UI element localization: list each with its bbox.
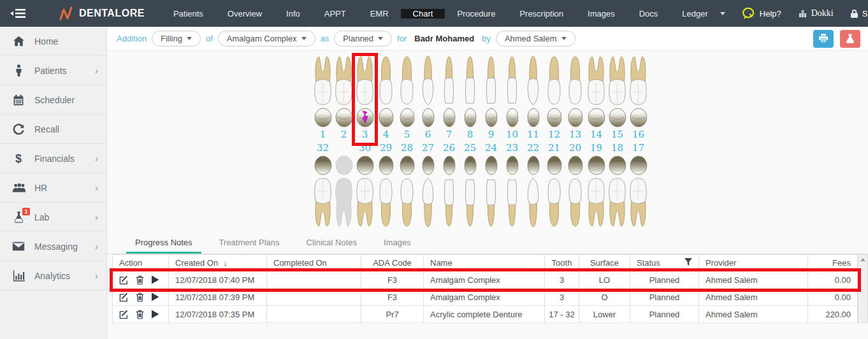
lab-request-button[interactable] xyxy=(840,30,860,48)
tooth-8-side-view[interactable] xyxy=(459,55,481,107)
tooth-12-occlusal-view[interactable] xyxy=(544,107,565,128)
tooth-11-occlusal-view[interactable] xyxy=(523,107,544,128)
filter-icon[interactable] xyxy=(684,258,692,268)
complete-button-icon[interactable] xyxy=(151,292,159,301)
tooth-19-side-view[interactable] xyxy=(586,176,607,228)
tooth-25-side-view[interactable] xyxy=(459,176,481,228)
tooth-25-occlusal-view[interactable] xyxy=(459,155,481,176)
nav-item-chart[interactable]: Chart xyxy=(401,9,445,18)
tooth-5-occlusal-view[interactable] xyxy=(396,107,417,128)
tab-images[interactable]: Images xyxy=(375,233,420,254)
sidebar-item-hr[interactable]: HR› xyxy=(0,173,106,203)
tooth-29-occlusal-view[interactable] xyxy=(375,155,396,176)
tooth-22-occlusal-view[interactable] xyxy=(523,155,544,176)
tooth-4-side-view[interactable] xyxy=(375,55,396,107)
sidebar-toggle-icon[interactable] xyxy=(0,8,37,18)
nav-item-prescription[interactable]: Prescription xyxy=(507,9,575,18)
nav-item-info[interactable]: Info xyxy=(274,9,312,18)
sidebar-item-messaging[interactable]: Messaging› xyxy=(0,232,106,261)
procedure-dropdown[interactable]: Amalgam Complex xyxy=(218,31,315,47)
tooth-10-occlusal-view[interactable] xyxy=(502,107,523,128)
tooth-number-1[interactable]: 1 xyxy=(312,128,333,141)
provider-dropdown[interactable]: Ahmed Salem xyxy=(496,31,575,47)
tooth-19-occlusal-view[interactable] xyxy=(586,155,607,176)
tooth-number-19[interactable]: 19 xyxy=(586,141,607,155)
tooth-number-12[interactable]: 12 xyxy=(544,128,565,141)
tooth-number-9[interactable]: 9 xyxy=(481,128,502,141)
nav-item-images[interactable]: Images xyxy=(575,9,627,18)
tooth-number-4[interactable]: 4 xyxy=(375,128,396,141)
column-header-tooth[interactable]: Tooth xyxy=(545,254,579,271)
table-row[interactable]: 12/07/2018 07:39 PMF3Amalgam Complex3OPl… xyxy=(113,289,858,306)
tooth-20-occlusal-view[interactable] xyxy=(565,155,586,176)
tooth-number-10[interactable]: 10 xyxy=(502,128,523,141)
tooth-17-occlusal-view[interactable] xyxy=(628,155,649,176)
tooth-10-side-view[interactable] xyxy=(502,55,523,107)
tooth-27-side-view[interactable] xyxy=(417,176,438,228)
delete-button-icon[interactable] xyxy=(136,275,144,285)
print-button[interactable] xyxy=(813,30,834,48)
tooth-31-side-view[interactable] xyxy=(333,176,354,228)
status-dropdown[interactable]: Planned xyxy=(334,31,392,47)
tooth-15-occlusal-view[interactable] xyxy=(607,107,628,128)
tooth-number-17[interactable]: 17 xyxy=(628,141,649,155)
tooth-number-22[interactable]: 22 xyxy=(523,141,544,155)
edit-button-icon[interactable] xyxy=(119,310,129,319)
tooth-number-14[interactable]: 14 xyxy=(586,128,607,141)
tooth-number-23[interactable]: 23 xyxy=(502,141,523,155)
edit-button-icon[interactable] xyxy=(119,292,129,302)
tooth-31-occlusal-view[interactable] xyxy=(333,155,354,176)
tooth-13-occlusal-view[interactable] xyxy=(565,107,586,128)
tooth-1-occlusal-view[interactable] xyxy=(312,107,333,128)
tooth-number-20[interactable]: 20 xyxy=(565,141,586,155)
tooth-23-occlusal-view[interactable] xyxy=(502,155,523,176)
sidebar-item-patients[interactable]: Patients› xyxy=(0,56,106,85)
sidebar-item-financials[interactable]: $Financials› xyxy=(0,144,106,173)
tooth-18-occlusal-view[interactable] xyxy=(607,155,628,176)
tooth-6-occlusal-view[interactable] xyxy=(417,107,438,128)
complete-button-icon[interactable] xyxy=(151,310,159,319)
tooth-number-13[interactable]: 13 xyxy=(565,128,586,141)
column-header-action[interactable]: Action xyxy=(113,254,169,271)
delete-button-icon[interactable] xyxy=(136,292,144,302)
nav-item-emr[interactable]: EMR xyxy=(358,9,401,18)
sort-descending-icon[interactable]: ↓ xyxy=(223,258,228,268)
table-row[interactable]: 12/07/2018 07:35 PMPr7Acrylic complete D… xyxy=(113,306,858,323)
tooth-number-15[interactable]: 15 xyxy=(607,128,628,141)
tooth-12-side-view[interactable] xyxy=(544,55,565,107)
sidebar-item-analytics[interactable]: Analytics› xyxy=(0,261,106,291)
tooth-6-side-view[interactable] xyxy=(417,55,438,107)
nav-item-patients[interactable]: Patients xyxy=(161,9,215,18)
tooth-22-side-view[interactable] xyxy=(523,176,544,228)
tooth-26-occlusal-view[interactable] xyxy=(438,155,459,176)
column-header-completed-on[interactable]: Completed On xyxy=(267,254,361,271)
tooth-number-21[interactable]: 21 xyxy=(544,141,565,155)
nav-item-ledger[interactable]: Ledger xyxy=(670,9,720,18)
column-header-name[interactable]: Name xyxy=(424,254,545,271)
user-menu[interactable]: System Administrator xyxy=(850,9,868,18)
tooth-number-18[interactable]: 18 xyxy=(607,141,628,155)
nav-item-appt[interactable]: APPT xyxy=(312,9,358,18)
tooth-18-side-view[interactable] xyxy=(607,176,628,228)
tooth-26-side-view[interactable] xyxy=(438,176,459,228)
table-row[interactable]: 12/07/2018 07:40 PMF3Amalgam Complex3LOP… xyxy=(113,271,858,289)
sidebar-item-scheduler[interactable]: Scheduler xyxy=(0,85,106,115)
clinic-selector[interactable]: Dokki xyxy=(798,8,834,18)
column-header-surface[interactable]: Surface xyxy=(579,254,630,271)
nav-more-dropdown-icon[interactable] xyxy=(720,12,725,15)
tooth-9-occlusal-view[interactable] xyxy=(481,107,502,128)
tooth-32-side-view[interactable] xyxy=(312,176,333,228)
help-button[interactable]: Help? xyxy=(742,8,781,19)
column-header-created-on[interactable]: Created On↓ xyxy=(169,254,267,271)
tooth-number-24[interactable]: 24 xyxy=(481,141,502,155)
tooth-17-side-view[interactable] xyxy=(628,176,649,228)
tooth-24-side-view[interactable] xyxy=(481,176,502,228)
tooth-number-26[interactable]: 26 xyxy=(438,141,459,155)
column-header-ada-code[interactable]: ADA Code xyxy=(361,254,424,271)
tooth-4-occlusal-view[interactable] xyxy=(375,107,396,128)
sidebar-item-home[interactable]: Home xyxy=(0,27,106,56)
tooth-15-side-view[interactable] xyxy=(607,55,628,107)
nav-item-procedure[interactable]: Procedure xyxy=(445,9,507,18)
tooth-number-27[interactable]: 27 xyxy=(417,141,438,155)
tooth-7-side-view[interactable] xyxy=(438,55,459,107)
